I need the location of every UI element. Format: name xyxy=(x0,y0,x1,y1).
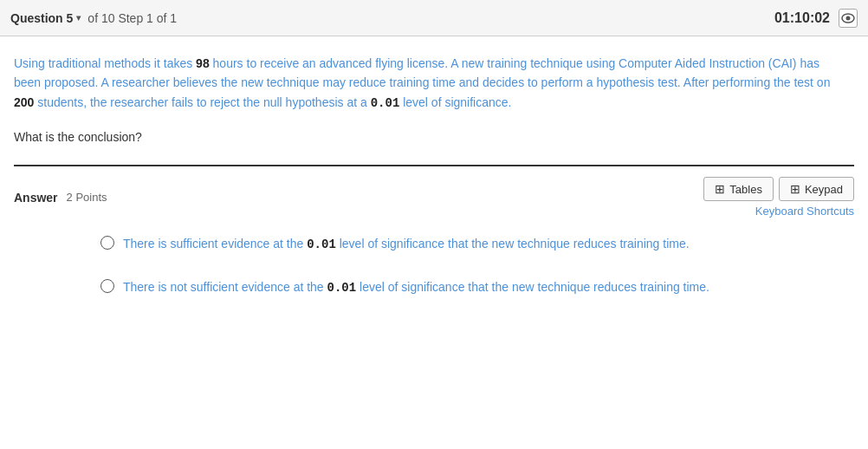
header-left: Question 5 ▾ of 10 Step 1 of 1 xyxy=(10,11,177,25)
q-part1: Using traditional methods it takes xyxy=(14,56,196,70)
radio-option-1[interactable] xyxy=(100,236,114,250)
q-num1: 98 xyxy=(196,56,210,70)
tables-icon: ⊞ xyxy=(715,182,725,196)
keypad-button[interactable]: ⊞ Keypad xyxy=(779,177,854,201)
opt1-suffix: level of significance that the new techn… xyxy=(336,237,690,251)
answer-label: Answer xyxy=(14,191,58,205)
answer-section: Answer 2 Points ⊞ Tables ⊞ Keypad Keyboa… xyxy=(14,165,854,297)
option-item: There is sufficient evidence at the 0.01… xyxy=(100,235,854,254)
opt1-level: 0.01 xyxy=(307,238,336,251)
q-level1: 0.01 xyxy=(371,96,400,110)
q-part3: students, the researcher fails to reject… xyxy=(34,95,370,109)
question-text: Using traditional methods it takes 98 ho… xyxy=(14,54,845,113)
opt2-prefix: There is not sufficient evidence at the xyxy=(123,280,327,294)
header-right: 01:10:02 xyxy=(774,9,858,28)
option-2-text: There is not sufficient evidence at the … xyxy=(123,278,709,297)
toolbar-buttons: ⊞ Tables ⊞ Keypad xyxy=(703,177,854,201)
step-info: of 10 Step 1 of 1 xyxy=(87,11,177,25)
svg-point-1 xyxy=(846,16,851,20)
eye-icon xyxy=(841,13,855,23)
option-1-text: There is sufficient evidence at the 0.01… xyxy=(123,235,690,254)
opt2-suffix: level of significance that the new techn… xyxy=(356,280,709,294)
header-bar: Question 5 ▾ of 10 Step 1 of 1 01:10:02 xyxy=(0,0,868,36)
tables-button[interactable]: ⊞ Tables xyxy=(703,177,774,201)
tables-button-label: Tables xyxy=(729,183,762,196)
question-label: Question 5 xyxy=(10,11,73,25)
options-area: There is sufficient evidence at the 0.01… xyxy=(14,235,854,297)
keypad-button-label: Keypad xyxy=(805,183,843,196)
answer-label-group: Answer 2 Points xyxy=(14,191,107,205)
question-prompt: What is the conclusion? xyxy=(14,130,854,144)
toolbar-area: ⊞ Tables ⊞ Keypad Keyboard Shortcuts xyxy=(703,177,854,218)
option-item: There is not sufficient evidence at the … xyxy=(100,278,854,297)
timer-display: 01:10:02 xyxy=(774,10,830,26)
q-num2: 200 xyxy=(14,95,34,109)
opt2-level: 0.01 xyxy=(327,281,357,295)
main-content: Using traditional methods it takes 98 ho… xyxy=(0,36,868,335)
question-selector[interactable]: Question 5 ▾ xyxy=(10,11,81,25)
opt1-prefix: There is sufficient evidence at the xyxy=(123,237,307,251)
q-part4: level of significance. xyxy=(399,95,511,109)
keypad-icon: ⊞ xyxy=(790,182,800,196)
keyboard-shortcuts-link[interactable]: Keyboard Shortcuts xyxy=(755,205,854,218)
points-badge: 2 Points xyxy=(67,191,107,204)
answer-header: Answer 2 Points ⊞ Tables ⊞ Keypad Keyboa… xyxy=(14,177,854,218)
radio-option-2[interactable] xyxy=(100,279,114,293)
visibility-toggle-button[interactable] xyxy=(839,9,858,28)
dropdown-arrow-icon[interactable]: ▾ xyxy=(76,13,81,23)
